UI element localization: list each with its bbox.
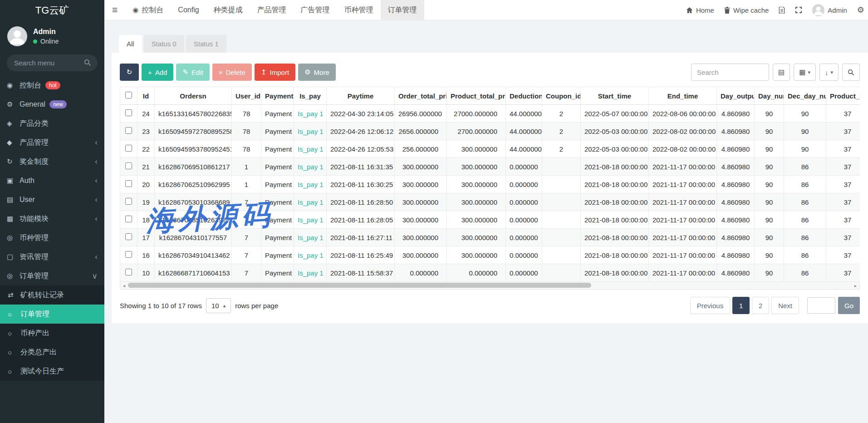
sidebar-item-label: 币种管理	[20, 233, 49, 243]
sidebar-item-3[interactable]: ◈产品分类	[0, 114, 104, 133]
next-page-button[interactable]: Next	[771, 297, 799, 314]
admin-menu[interactable]: Admin	[812, 4, 847, 16]
topnav-item-label: 产品管理	[257, 5, 286, 15]
column-header[interactable]: Is_pay	[294, 87, 327, 105]
toggle-view-button[interactable]: ▤	[773, 64, 790, 81]
sidebar-item-label: User	[20, 196, 35, 204]
import-button[interactable]: ↥Import	[255, 64, 295, 81]
sidebar-item-1[interactable]: ◉控制台hot	[0, 76, 104, 95]
row-select-cell	[120, 264, 137, 282]
column-header[interactable]: Ordersn	[155, 87, 232, 105]
tab-1[interactable]: All	[119, 35, 142, 53]
page-size-select[interactable]: 10 ▴	[206, 298, 231, 313]
row-checkbox[interactable]	[125, 216, 132, 222]
scroll-left-icon[interactable]: ◂	[120, 283, 128, 288]
row-checkbox[interactable]	[125, 127, 132, 134]
cell: 20	[137, 176, 155, 193]
column-header[interactable]: Start_time	[581, 87, 649, 105]
refresh-button[interactable]: ↻	[120, 64, 139, 81]
column-header[interactable]: Deduction	[506, 87, 542, 105]
column-header[interactable]: Paytime	[327, 87, 395, 105]
row-checkbox[interactable]	[125, 198, 132, 205]
sidebar-item-2[interactable]: ⚙Generalnew	[0, 95, 104, 114]
column-header[interactable]: Coupon_ids	[542, 87, 581, 105]
columns-button[interactable]: ▦▾	[794, 64, 816, 81]
topnav-item-6[interactable]: 币种管理	[337, 0, 381, 20]
topnav-item-4[interactable]: 产品管理	[250, 0, 294, 20]
row-checkbox[interactable]	[125, 233, 132, 240]
add-button[interactable]: +Add	[142, 64, 173, 81]
column-header[interactable]: Id	[137, 87, 155, 105]
sidebar-item-8[interactable]: ▦功能模块‹	[0, 209, 104, 228]
page-button-2[interactable]: 2	[752, 297, 769, 314]
column-header[interactable]: Day_output	[717, 87, 755, 105]
topnav-item-1[interactable]: ◉控制台	[125, 0, 171, 20]
sidebar-item-4[interactable]: ◆产品管理‹	[0, 133, 104, 152]
chevron-left-icon: ‹	[95, 157, 98, 166]
edit-button[interactable]: ✎Edit	[176, 64, 209, 81]
scrollbar-track[interactable]	[128, 282, 852, 289]
topnav-item-2[interactable]: Config	[171, 0, 206, 20]
sidebar-item-10[interactable]: ▢资讯管理‹	[0, 247, 104, 266]
topnav-item-3[interactable]: 种类提成	[206, 0, 250, 20]
fullscreen-button[interactable]	[795, 6, 802, 14]
more-button[interactable]: ⚙More	[298, 64, 336, 81]
export-button[interactable]: ↓▾	[819, 64, 839, 81]
topnav-item-5[interactable]: 广告管理	[294, 0, 337, 20]
column-header[interactable]: Day_num	[755, 87, 784, 105]
table-search-input[interactable]	[691, 64, 769, 81]
cell: 37	[826, 105, 860, 123]
sidebar-item-label: 资讯管理	[20, 252, 49, 262]
select-all-checkbox[interactable]	[125, 92, 132, 98]
column-header[interactable]: Product_id	[826, 87, 860, 105]
delete-button[interactable]: ×Delete	[212, 64, 252, 81]
column-header[interactable]: User_id	[232, 87, 261, 105]
wipe-cache-button[interactable]: Wipe cache	[724, 6, 769, 14]
row-checkbox[interactable]	[125, 109, 132, 116]
column-header[interactable]: End_time	[649, 87, 717, 105]
scrollbar-thumb[interactable]	[128, 283, 591, 288]
cell: 300.000000	[447, 229, 506, 246]
page-button-1[interactable]: 1	[732, 297, 750, 314]
tab-3[interactable]: Status 1	[186, 35, 226, 53]
settings-button[interactable]: ⚙	[857, 5, 864, 15]
row-checkbox[interactable]	[125, 251, 132, 258]
cell: 300.000000	[395, 229, 447, 246]
column-header[interactable]: Order_total_price	[395, 87, 447, 105]
column-header[interactable]: Dec_day_num	[784, 87, 826, 105]
row-checkbox[interactable]	[125, 180, 132, 187]
home-button[interactable]: Home	[686, 6, 714, 14]
sidebar-item-11[interactable]: ◎订单管理∨	[0, 266, 104, 285]
sidebar-subitem-1[interactable]: ⇄矿机转让记录	[0, 285, 104, 305]
cell: 2021-08-18 00:00:00	[581, 246, 649, 264]
cell: 37	[826, 140, 860, 158]
cell: 78	[232, 105, 261, 123]
sidebar-toggle-icon[interactable]: ≡	[104, 5, 125, 15]
sidebar-subitem-4[interactable]: ○分类总产出	[0, 343, 104, 362]
cell: 2021-11-17 00:00:00	[649, 229, 717, 246]
scroll-right-icon[interactable]: ▸	[852, 283, 859, 288]
previous-page-button[interactable]: Previous	[690, 297, 730, 314]
goto-page-input[interactable]	[807, 297, 835, 314]
cell: Is_pay 1	[294, 229, 327, 246]
search-toggle-button[interactable]	[842, 64, 860, 81]
go-button[interactable]: Go	[838, 297, 860, 314]
tab-2[interactable]: Status 0	[144, 35, 184, 53]
sidebar-item-5[interactable]: ↻奖金制度‹	[0, 152, 104, 171]
topnav-item-7[interactable]: 订单管理	[381, 0, 424, 20]
sidebar-item-7[interactable]: ▤User‹	[0, 190, 104, 209]
sidebar-item-9[interactable]: ◎币种管理	[0, 228, 104, 247]
sidebar-item-6[interactable]: ▣Auth‹	[0, 171, 104, 190]
row-checkbox[interactable]	[125, 162, 132, 169]
sidebar-subitem-3[interactable]: ○币种产出	[0, 324, 104, 343]
cell: 4.860980	[717, 140, 755, 158]
cell: k162866871710604153	[155, 264, 232, 282]
log-button[interactable]	[779, 7, 785, 14]
row-checkbox[interactable]	[125, 145, 132, 152]
column-header[interactable]: Payment	[261, 87, 294, 105]
table-row: 17k162867043101775577Payment 1Is_pay 120…	[120, 229, 860, 246]
sidebar-subitem-2[interactable]: ○订单管理	[0, 305, 104, 324]
row-checkbox[interactable]	[125, 269, 132, 275]
sidebar-subitem-5[interactable]: ○测试今日生产	[0, 362, 104, 381]
column-header[interactable]: Product_total_price	[447, 87, 506, 105]
